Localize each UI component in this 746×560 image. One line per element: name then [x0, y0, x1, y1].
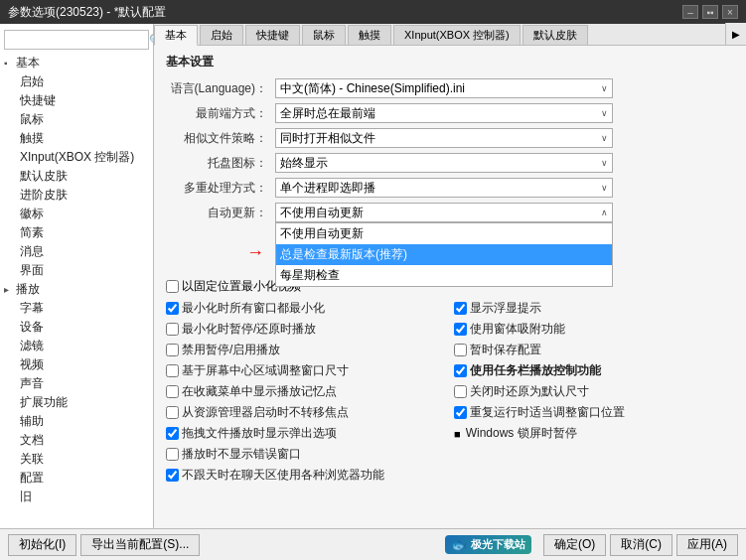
checkbox-reposition: 重复运行时适当调整窗口位置	[454, 403, 734, 422]
checkbox-show-tooltip-label: 显示浮显提示	[470, 300, 541, 317]
sidebar-item-ext[interactable]: 扩展功能	[0, 393, 153, 412]
checkbox-restore-size: 关闭时还原为默认尺寸	[454, 382, 734, 401]
initialize-button[interactable]: 初始化(I)	[8, 534, 76, 556]
autoupdate-option-0[interactable]: 不使用自动更新	[276, 223, 612, 244]
sidebar-item-playback[interactable]: ▸播放	[0, 280, 153, 299]
autoupdate-dropdown[interactable]: 不使用自动更新 ∧	[275, 203, 613, 222]
multi-instance-dropdown[interactable]: 单个进程即选即播 ∨	[275, 178, 613, 198]
frontend-dropdown[interactable]: 全屏时总在最前端 ∨	[275, 103, 613, 123]
minimize-button[interactable]: –	[682, 5, 698, 19]
bottom-right-buttons: 🐟 极光下载站 确定(O) 取消(C) 应用(A)	[445, 534, 738, 556]
checkbox-drag-popup-label: 拖拽文件播放时显示弹出选项	[182, 425, 337, 442]
similar-file-dropdown[interactable]: 同时打开相似文件 ∨	[275, 128, 613, 148]
multi-instance-arrow: ∨	[601, 183, 608, 193]
language-value: 中文(简体) - Chinese(Simplified).ini	[280, 80, 465, 97]
checkbox-browser-func-label: 不跟天时在聊天区使用各种浏览器功能	[182, 467, 384, 484]
similar-file-control: 同时打开相似文件 ∨	[275, 128, 734, 148]
language-label: 语言(Language)：	[166, 80, 275, 97]
sidebar-item-subtitle[interactable]: 字幕	[0, 299, 153, 318]
multi-instance-control: 单个进程即选即播 ∨	[275, 178, 734, 198]
sidebar-item-ui[interactable]: 界面	[0, 261, 153, 280]
multi-instance-label: 多重处理方式：	[166, 180, 275, 197]
checkbox-show-bookmarks-input[interactable]	[166, 385, 179, 398]
sidebar-item-default-skin[interactable]: 默认皮肤	[0, 167, 153, 186]
sidebar-search-box[interactable]: 🔍	[4, 30, 149, 50]
checkbox-minimize-all-input[interactable]	[166, 302, 179, 315]
export-config-button[interactable]: 导出当前配置(S)...	[80, 534, 200, 556]
checkbox-drag-popup: 拖拽文件播放时显示弹出选项	[166, 424, 446, 443]
fixed-position-checkbox[interactable]	[166, 280, 179, 293]
checkbox-save-config-input[interactable]	[454, 344, 467, 356]
sidebar-item-message[interactable]: 消息	[0, 242, 153, 261]
checkboxes-section: 最小化时所有窗口都最小化 显示浮显提示 最小化时暂停/还原时播放 使用窗体吸附功…	[166, 299, 734, 485]
tab-nav-right[interactable]: ▶	[725, 23, 746, 45]
sidebar-item-basic[interactable]: ▪基本	[0, 54, 153, 72]
checkbox-taskbar-control: 使用任务栏播放控制功能	[454, 361, 734, 380]
sidebar-item-audio[interactable]: 声音	[0, 374, 153, 393]
sidebar-item-assist[interactable]: 辅助	[0, 412, 153, 431]
checkbox-restore-size-input[interactable]	[454, 385, 467, 398]
sidebar-item-filter[interactable]: 滤镜	[0, 337, 153, 355]
checkbox-taskbar-control-input[interactable]	[454, 364, 467, 377]
checkbox-no-error-input[interactable]	[166, 448, 179, 461]
sidebar-item-device[interactable]: 设备	[0, 318, 153, 337]
checkbox-no-focus-input[interactable]	[166, 406, 179, 419]
apply-button[interactable]: 应用(A)	[676, 534, 738, 556]
sidebar-item-hotkeys[interactable]: 快捷键	[0, 91, 153, 110]
title-bar-controls[interactable]: – ▪▪ ×	[682, 5, 738, 19]
sidebar-item-xinput[interactable]: XInput(XBOX 控制器)	[0, 148, 153, 167]
pin-button[interactable]: ▪▪	[702, 5, 718, 19]
language-dropdown[interactable]: 中文(简体) - Chinese(Simplified).ini ∨	[275, 78, 613, 98]
checkbox-disable-pause-label: 禁用暂停/启用播放	[182, 342, 280, 358]
checkbox-show-bookmarks-label: 在收藏菜单中显示播放记忆点	[182, 383, 337, 400]
checkbox-screen-center-input[interactable]	[166, 364, 179, 377]
tab-xinput[interactable]: XInput(XBOX 控制器)	[393, 25, 521, 45]
tabs-bar: 基本 启始 快捷键 鼠标 触摸 XInput(XBOX 控制器) 默认皮肤 ▶	[154, 24, 746, 46]
sidebar-item-video[interactable]: 视频	[0, 355, 153, 374]
close-button[interactable]: ×	[722, 5, 738, 19]
checkbox-drag-popup-input[interactable]	[166, 427, 179, 440]
checkbox-disable-pause-input[interactable]	[166, 344, 179, 356]
checkbox-screen-center-label: 基于屏幕中心区域调整窗口尺寸	[182, 362, 349, 379]
ok-button[interactable]: 确定(O)	[543, 534, 606, 556]
tab-hotkeys[interactable]: 快捷键	[245, 25, 300, 45]
frontend-row: 最前端方式： 全屏时总在最前端 ∨	[166, 103, 734, 123]
similar-file-arrow: ∨	[601, 133, 608, 143]
sidebar-item-touch[interactable]: 触摸	[0, 129, 153, 148]
checkbox-reposition-input[interactable]	[454, 406, 467, 419]
checkbox-show-tooltip: 显示浮显提示	[454, 299, 734, 318]
checkbox-snap-window-input[interactable]	[454, 323, 467, 336]
sidebar-item-simple[interactable]: 简素	[0, 223, 153, 242]
tab-touch[interactable]: 触摸	[348, 25, 391, 45]
tray-icon-control: 始终显示 ∨	[275, 153, 734, 173]
checkbox-show-tooltip-input[interactable]	[454, 302, 467, 315]
sidebar-item-mouse[interactable]: 鼠标	[0, 110, 153, 129]
checkbox-no-error: 播放时不显示错误窗口	[166, 445, 446, 464]
checkbox-pause-restore-input[interactable]	[166, 323, 179, 336]
tab-default-skin[interactable]: 默认皮肤	[522, 25, 588, 45]
tab-start[interactable]: 启始	[200, 25, 243, 45]
sidebar-item-old[interactable]: 旧	[0, 488, 153, 506]
sidebar-item-assoc[interactable]: 关联	[0, 450, 153, 469]
bottom-left-buttons: 初始化(I) 导出当前配置(S)...	[8, 534, 200, 556]
sidebar-item-advanced-skin[interactable]: 进阶皮肤	[0, 186, 153, 205]
tray-icon-dropdown[interactable]: 始终显示 ∨	[275, 153, 613, 173]
autoupdate-option-1[interactable]: 总是检查最新版本(推荐) →	[276, 244, 612, 265]
sidebar-item-badge[interactable]: 徽标	[0, 205, 153, 223]
sidebar-item-start[interactable]: 启始	[0, 72, 153, 91]
checkbox-no-focus-label: 从资源管理器启动时不转移焦点	[182, 404, 349, 421]
search-input[interactable]	[5, 34, 146, 46]
multi-instance-value: 单个进程即选即播	[280, 180, 375, 197]
cancel-button[interactable]: 取消(C)	[610, 534, 672, 556]
tab-basic[interactable]: 基本	[154, 25, 198, 46]
watermark-text: 极光下载站	[471, 537, 525, 552]
checkbox-lock-pause-label: Windows 锁屏时暂停	[466, 425, 577, 442]
autoupdate-option-2[interactable]: 每星期检查	[276, 265, 612, 286]
section-title: 基本设置	[166, 54, 734, 70]
sidebar-item-config[interactable]: 配置	[0, 469, 153, 488]
sidebar-item-doc[interactable]: 文档	[0, 431, 153, 450]
autoupdate-list: 不使用自动更新 总是检查最新版本(推荐) → 每星期检查	[275, 222, 613, 287]
tab-mouse[interactable]: 鼠标	[302, 25, 346, 45]
checkbox-browser-func-input[interactable]	[166, 469, 179, 482]
autoupdate-row: 自动更新： 不使用自动更新 ∧ 不使用自动更新 总是检查最新版本(推荐) → 每…	[166, 203, 734, 222]
